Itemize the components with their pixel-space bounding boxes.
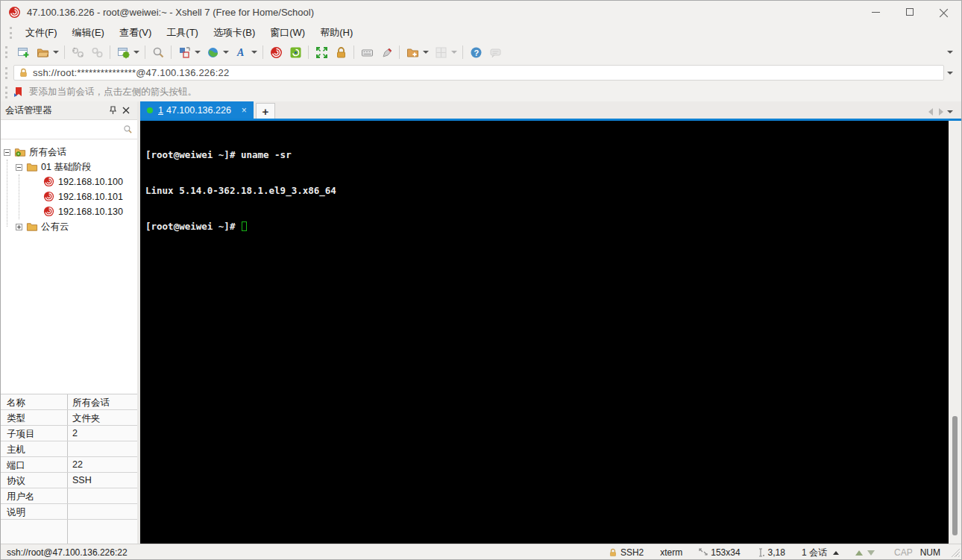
num-lock-indicator: NUM [920, 547, 940, 558]
new-session-folder-button[interactable] [403, 43, 422, 61]
property-value [68, 504, 137, 519]
status-cursor-position-label: 3,18 [768, 547, 785, 558]
font-icon: A [235, 46, 248, 59]
folder-icon [26, 161, 38, 173]
encoding-button[interactable] [203, 43, 222, 61]
new-tab-button[interactable]: + [256, 103, 275, 119]
toolbar-overflow-icon[interactable] [947, 51, 953, 54]
property-row: 主机 [1, 441, 137, 457]
menu-tabs[interactable]: 选项卡(B) [206, 24, 262, 42]
find-icon [152, 46, 165, 59]
collapse-expander-icon[interactable] [16, 164, 22, 171]
xshell-window: 47.100.136.226 - root@weiwei:~ - Xshell … [0, 0, 962, 560]
reconnect-button[interactable] [87, 43, 107, 61]
scroll-down-icon[interactable] [867, 550, 875, 556]
virtual-keyboard-button[interactable] [357, 43, 377, 61]
session-count-dropdown[interactable]: 1 会话 [802, 547, 839, 559]
menubar-grip[interactable] [10, 27, 12, 39]
tile-windows-dropdown-icon[interactable] [451, 51, 457, 54]
property-value: 22 [68, 457, 137, 472]
menu-tools[interactable]: 工具(T) [159, 24, 206, 42]
tree-item-session-130[interactable]: 192.168.10.130 [1, 204, 137, 219]
maximize-button[interactable] [893, 1, 927, 23]
tab-scroll-right-icon[interactable] [939, 108, 943, 116]
fullscreen-button[interactable] [312, 43, 331, 61]
layout-button[interactable] [175, 43, 194, 61]
session-properties-dropdown-icon[interactable] [133, 51, 139, 54]
new-session-button[interactable] [13, 43, 33, 61]
new-session-folder-dropdown-icon[interactable] [423, 51, 429, 54]
menu-file[interactable]: 文件(F) [18, 24, 65, 42]
lock-screen-button[interactable] [331, 43, 350, 61]
address-url: ssh://root:***************@47.100.136.22… [33, 67, 229, 78]
property-label: 类型 [1, 410, 68, 425]
xftp-button[interactable] [286, 43, 305, 61]
tab-close-icon[interactable]: × [242, 105, 247, 116]
close-panel-button[interactable] [119, 104, 133, 117]
help-icon: ? [470, 46, 482, 59]
resize-grip[interactable] [951, 548, 960, 557]
property-label: 说明 [1, 504, 68, 519]
connected-status-icon [147, 107, 153, 113]
infobar-grip[interactable] [5, 86, 7, 98]
session-count-arrow-icon [833, 551, 839, 555]
find-button[interactable] [148, 43, 168, 61]
minimize-button[interactable] [858, 1, 893, 23]
compose-pen-icon [380, 46, 393, 59]
tree-item-folder-public-cloud[interactable]: 公有云 [1, 219, 137, 234]
open-dropdown-icon[interactable] [53, 51, 59, 54]
xshell-session-icon [43, 176, 55, 188]
tab-session-active[interactable]: 1 47.100.136.226 × [140, 101, 254, 119]
scroll-up-icon[interactable] [855, 550, 863, 556]
status-bar: ssh://root@47.100.136.226:22 SSH2 xterm … [1, 544, 961, 560]
ssh-lock-icon [609, 548, 617, 557]
session-properties-button[interactable] [113, 43, 133, 61]
feedback-button[interactable] [485, 43, 505, 61]
tab-list-dropdown-icon[interactable] [947, 110, 953, 113]
tile-windows-button[interactable] [431, 43, 450, 61]
menu-edit[interactable]: 编辑(E) [65, 24, 112, 42]
tree-item-all-sessions[interactable]: 所有会话 [1, 145, 137, 160]
layout-dropdown-icon[interactable] [195, 51, 201, 54]
terminal-scrollbar[interactable] [949, 121, 961, 544]
terminal-screen[interactable]: [root@weiwei ~]# uname -sr Linux 5.14.0-… [140, 121, 949, 544]
property-value: 文件夹 [68, 410, 137, 425]
pin-icon [109, 106, 117, 115]
tab-scroll-left-icon[interactable] [928, 108, 933, 116]
encoding-dropdown-icon[interactable] [223, 51, 229, 54]
tree-item-session-100[interactable]: 192.168.10.100 [1, 174, 137, 189]
collapse-expander-icon[interactable] [4, 149, 10, 156]
maximize-icon [906, 8, 914, 16]
disconnect-icon [72, 46, 84, 59]
menu-view[interactable]: 查看(V) [112, 24, 159, 42]
font-dropdown-icon[interactable] [251, 51, 257, 54]
property-label: 协议 [1, 473, 68, 488]
menu-help[interactable]: 帮助(H) [312, 24, 360, 42]
compose-button[interactable] [377, 43, 396, 61]
status-protocol-label: SSH2 [620, 547, 644, 558]
tree-item-session-101[interactable]: 192.168.10.101 [1, 189, 137, 204]
expand-expander-icon[interactable] [16, 224, 22, 230]
help-button[interactable]: ? [466, 43, 485, 61]
status-screen-size: 153x34 [699, 547, 740, 558]
scrollbar-thumb[interactable] [952, 416, 958, 535]
property-row: 用户名 [1, 488, 137, 504]
session-search-input[interactable] [5, 123, 123, 136]
property-row: 名称 所有会话 [1, 394, 137, 410]
property-row: 子项目 2 [1, 426, 137, 441]
menu-window[interactable]: 窗口(W) [262, 24, 312, 42]
open-button[interactable] [33, 43, 52, 61]
address-field[interactable]: ssh://root:***************@47.100.136.22… [13, 65, 944, 81]
pin-panel-button[interactable] [106, 104, 119, 117]
toolbar-grip[interactable] [5, 46, 7, 58]
address-dropdown-icon[interactable] [947, 72, 953, 75]
xshell-button[interactable] [266, 43, 286, 61]
session-tree: 所有会话 01 基础阶段 192.168.10.100 192.168.10.1… [1, 140, 137, 394]
tree-label: 公有云 [41, 221, 69, 233]
disconnect-button[interactable] [68, 43, 87, 61]
font-button[interactable]: A [231, 43, 251, 61]
addressbar-grip[interactable] [5, 67, 7, 79]
flag-icon [13, 86, 24, 98]
close-button[interactable] [927, 1, 961, 23]
tree-item-folder-01[interactable]: 01 基础阶段 [1, 160, 137, 174]
